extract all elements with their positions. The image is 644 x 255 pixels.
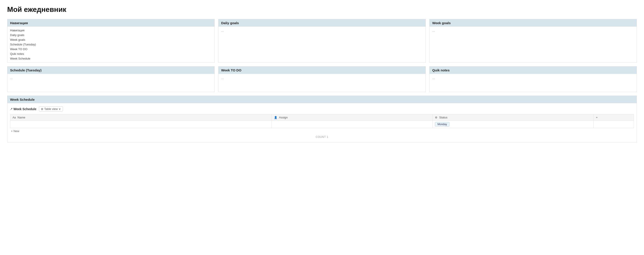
count-row: COUNT 1 bbox=[10, 134, 634, 140]
count-value: 1 bbox=[327, 136, 328, 138]
col-header-status[interactable]: ⚙ Status bbox=[433, 114, 594, 121]
week-schedule-body: ↗ Week Schedule ⊞ Table view ∨ Aa Name 👤 bbox=[8, 103, 636, 142]
row-status-cell[interactable]: Monday bbox=[433, 121, 594, 128]
count-label: COUNT bbox=[316, 136, 326, 138]
week-schedule-link[interactable]: ↗ Week Schedule bbox=[10, 107, 36, 111]
week-schedule-link-label: Week Schedule bbox=[14, 107, 36, 111]
new-row-label: + New bbox=[11, 130, 19, 133]
quik-notes-header: Quik notes bbox=[430, 66, 636, 74]
view-label: Table view bbox=[44, 107, 58, 110]
week-todo-header: Week TO DO bbox=[218, 66, 426, 74]
week-schedule-section: Week Schedule ↗ Week Schedule ⊞ Table vi… bbox=[7, 96, 637, 142]
nav-item-week-todo[interactable]: Week TO DO bbox=[10, 47, 212, 52]
week-goals-header: Week goals bbox=[430, 19, 636, 27]
new-row-button[interactable]: + New bbox=[10, 128, 634, 134]
schedule-tuesday-body: ... bbox=[8, 74, 214, 92]
week-goals-content: ... bbox=[432, 29, 435, 32]
table-view-toggle[interactable]: ⊞ Table view ∨ bbox=[39, 106, 63, 112]
table-header-row: Aa Name 👤 Assign ⚙ Status + bbox=[10, 114, 634, 121]
table-icon: ⊞ bbox=[41, 108, 43, 110]
col-header-add[interactable]: + bbox=[594, 114, 634, 121]
chevron-down-icon: ∨ bbox=[59, 107, 61, 110]
row-name-cell[interactable] bbox=[10, 121, 272, 128]
col-header-name[interactable]: Aa Name bbox=[10, 114, 272, 121]
week-schedule-table: Aa Name 👤 Assign ⚙ Status + bbox=[10, 114, 634, 128]
add-col-icon: + bbox=[596, 116, 598, 119]
navigation-section: Навигация Навигация Daliy goals Week goa… bbox=[7, 19, 215, 63]
quik-notes-content: ... bbox=[432, 76, 435, 80]
daily-goals-body: ... bbox=[218, 27, 426, 44]
week-todo-body: ... bbox=[218, 74, 426, 92]
status-badge: Monday bbox=[435, 122, 450, 126]
table-row: Monday bbox=[10, 121, 634, 128]
col-name-label: Name bbox=[18, 116, 25, 119]
col-assign-label: Assign bbox=[279, 116, 288, 119]
table-toolbar: ↗ Week Schedule ⊞ Table view ∨ bbox=[10, 106, 634, 112]
navigation-header: Навигация bbox=[8, 19, 214, 27]
schedule-tuesday-section: Schedule (Tuesday) ... bbox=[7, 66, 215, 92]
daily-goals-section: Daliy goals ... bbox=[218, 19, 426, 63]
col-status-label: Status bbox=[439, 116, 448, 119]
week-schedule-header: Week Schedule bbox=[8, 96, 636, 103]
daily-goals-header: Daliy goals bbox=[218, 19, 426, 27]
external-link-icon: ↗ bbox=[10, 107, 12, 110]
row-assign-cell[interactable] bbox=[272, 121, 433, 128]
quik-notes-section: Quik notes ... bbox=[429, 66, 637, 92]
week-goals-section: Week goals ... bbox=[429, 19, 637, 63]
week-todo-content: ... bbox=[221, 76, 224, 80]
daily-goals-content: ... bbox=[221, 29, 224, 32]
nav-item-navigation[interactable]: Навигация bbox=[10, 28, 212, 33]
page-title: Мой ежедневник bbox=[7, 5, 637, 14]
nav-item-schedule-tuesday[interactable]: Schedule (Tuesday) bbox=[10, 42, 212, 47]
assign-col-icon: 👤 bbox=[274, 116, 277, 119]
nav-item-week-schedule[interactable]: Week Schedule bbox=[10, 56, 212, 61]
col-header-assign[interactable]: 👤 Assign bbox=[272, 114, 433, 121]
schedule-tuesday-content: ... bbox=[10, 76, 13, 80]
name-col-icon: Aa bbox=[12, 116, 16, 119]
quik-notes-body: ... bbox=[430, 74, 636, 92]
schedule-tuesday-header: Schedule (Tuesday) bbox=[8, 66, 214, 74]
row-add-cell bbox=[594, 121, 634, 128]
status-col-icon: ⚙ bbox=[435, 116, 438, 119]
nav-item-week-goals[interactable]: Week goals bbox=[10, 38, 212, 42]
nav-item-quik-notes[interactable]: Quik notes bbox=[10, 52, 212, 56]
week-todo-section: Week TO DO ... bbox=[218, 66, 426, 92]
navigation-body: Навигация Daliy goals Week goals Schedul… bbox=[8, 27, 214, 62]
week-goals-body: ... bbox=[430, 27, 636, 44]
nav-item-daily-goals[interactable]: Daliy goals bbox=[10, 33, 212, 38]
